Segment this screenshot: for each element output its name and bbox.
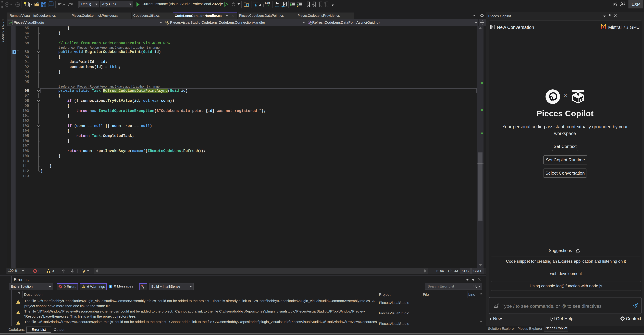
svg-text:i: i [110, 285, 111, 288]
